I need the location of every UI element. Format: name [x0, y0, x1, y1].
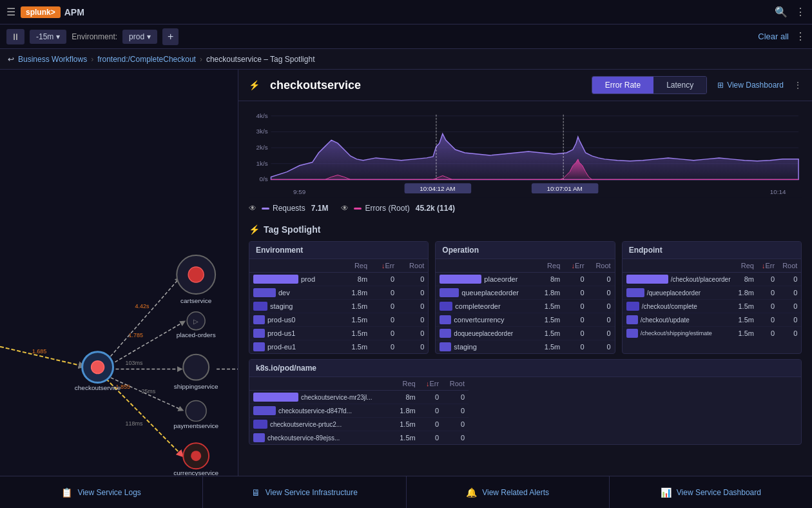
- svg-text:1k/s: 1k/s: [256, 160, 267, 167]
- requests-eye-icon[interactable]: 👁: [249, 204, 256, 213]
- spotlight-icon: ⚡: [249, 224, 260, 235]
- svg-text:25ms: 25ms: [141, 388, 155, 395]
- chart-legend: 👁 Requests 7.1M 👁 Errors (Root) 45.2k (1…: [249, 204, 802, 213]
- breadcrumb-business-workflows[interactable]: Business Workflows: [18, 55, 87, 64]
- chevron-down-icon: ▾: [56, 32, 60, 41]
- view-service-dashboard-tab[interactable]: 📊 View Service Dashboard: [610, 476, 812, 508]
- view-dashboard-button[interactable]: ⊞ View Dashboard: [717, 81, 784, 90]
- view-service-infrastructure-tab[interactable]: 🖥 View Service Infrastructure: [203, 476, 406, 508]
- env-col-root: Root: [398, 259, 428, 273]
- service-more-icon[interactable]: ⋮: [794, 81, 802, 90]
- svg-text:103ms: 103ms: [125, 360, 142, 366]
- dashboard-icon: ⊞: [717, 81, 724, 90]
- tag-spotlight-title: ⚡ Tag Spotlight: [249, 224, 802, 235]
- svg-text:10:14: 10:14: [770, 188, 786, 195]
- breadcrumb: ↩ Business Workflows › frontend:/Complet…: [0, 49, 812, 70]
- env-bar-staging: [253, 302, 267, 311]
- infrastructure-icon: 🖥: [251, 487, 260, 498]
- k8s-card: k8s.io/pod/name Req ↓Err Root checkoutse…: [249, 359, 802, 445]
- table-row: dev 1.8m00: [249, 286, 428, 300]
- operation-table: Req ↓Err Root placeorder 8m00 queu: [436, 259, 614, 353]
- breadcrumb-frontend[interactable]: frontend:/CompleteCheckout: [97, 55, 196, 64]
- svg-text:9:59: 9:59: [293, 188, 306, 195]
- svg-text:10:07:01 AM: 10:07:01 AM: [546, 185, 582, 192]
- svg-point-16: [188, 267, 204, 282]
- env-label: Environment:: [72, 32, 117, 41]
- errors-eye-icon[interactable]: 👁: [341, 204, 349, 213]
- table-row: prod-us0 1.5m00: [249, 313, 428, 327]
- error-rate-chart: 4k/s 3k/s 2k/s 1k/s 0/s: [249, 108, 802, 198]
- table-row: checkoutservice-d847fd... 1.8m00: [249, 404, 469, 418]
- svg-point-29: [92, 361, 104, 374]
- svg-text:currencyservice: currencyservice: [173, 469, 218, 476]
- table-row: checkoutservice-prtuc2... 1.5m00: [249, 418, 469, 431]
- view-related-alerts-tab[interactable]: 🔔 View Related Alerts: [407, 476, 610, 508]
- view-service-infrastructure-label: View Service Infrastructure: [266, 488, 358, 497]
- svg-text:1.785: 1.785: [128, 332, 142, 338]
- clear-all-button[interactable]: Clear all: [758, 32, 789, 41]
- k8s-table: Req ↓Err Root checkoutservice-mr23jl... …: [249, 377, 469, 444]
- service-dashboard-icon: 📊: [661, 487, 672, 498]
- lightning-icon: ⚡: [249, 80, 260, 90]
- endpoint-card-header: Endpoint: [623, 242, 801, 259]
- dependency-map-svg: 1.685 4.42s 1.785 103ms 1.855 25ms: [0, 70, 238, 476]
- environment-picker[interactable]: prod ▾: [122, 30, 157, 44]
- errors-legend: 👁 Errors (Root) 45.2k (114): [341, 204, 455, 213]
- table-row: /checkout/placeorder 8m00: [623, 273, 802, 286]
- env-bar-eu1: [253, 342, 265, 351]
- splunk-logo: splunk>: [21, 6, 61, 18]
- time-range-picker[interactable]: -15m ▾: [30, 30, 66, 44]
- table-row: prod-eu1 1.5m00: [249, 340, 428, 354]
- requests-value: 7.1M: [311, 204, 329, 213]
- toolbar: ⏸ -15m ▾ Environment: prod ▾ + Clear all…: [0, 24, 812, 49]
- view-service-dashboard-label: View Service Dashboard: [677, 488, 761, 497]
- svg-text:paymentservice: paymentservice: [173, 422, 218, 429]
- tag-spotlight-section: ⚡ Tag Spotlight Environment Req ↓Err Roo…: [238, 219, 812, 359]
- search-icon[interactable]: 🔍: [775, 6, 788, 18]
- env-col-name: [249, 259, 340, 273]
- more-options-icon[interactable]: ⋮: [795, 6, 806, 18]
- env-bar-us1: [253, 329, 265, 338]
- toolbar-more-icon[interactable]: ⋮: [795, 30, 806, 43]
- endpoint-card: Endpoint Req ↓Err Root /: [622, 241, 802, 354]
- errors-color-swatch: [354, 208, 362, 210]
- table-row: checkoutservice-mr23jl... 8m00: [249, 391, 469, 404]
- requests-legend: 👁 Requests 7.1M: [249, 204, 328, 213]
- env-col-err: ↓Err: [371, 259, 398, 273]
- table-row: doqueueplacedorder 1.5m00: [436, 327, 614, 340]
- table-row: /checkout/shipping/estimate 1.5m00: [623, 327, 802, 340]
- breadcrumb-sep2: ›: [200, 55, 202, 64]
- view-related-alerts-label: View Related Alerts: [482, 488, 549, 497]
- pause-button[interactable]: ⏸: [6, 29, 24, 44]
- chart-tabs: Error Rate Latency: [592, 76, 707, 94]
- svg-text:shippingservice: shippingservice: [174, 383, 218, 390]
- svg-text:2k/s: 2k/s: [256, 144, 267, 151]
- requests-color-swatch: [262, 208, 269, 210]
- table-row: /checkout/complete 1.5m00: [623, 300, 802, 313]
- top-nav: ☰ splunk> APM 🔍 ⋮: [0, 0, 812, 24]
- view-service-logs-tab[interactable]: 📋 View Service Logs: [0, 476, 203, 508]
- left-panel: ⊞ Map ≡ Dependency List: [0, 70, 238, 476]
- main-layout: ⊞ Map ≡ Dependency List: [0, 70, 812, 476]
- env-col-req: Req: [340, 259, 371, 273]
- tab-latency[interactable]: Latency: [653, 77, 706, 93]
- table-row: placeorder 8m00: [436, 273, 614, 286]
- add-filter-button[interactable]: +: [162, 28, 179, 45]
- svg-point-21: [183, 355, 209, 380]
- alerts-icon: 🔔: [466, 487, 477, 498]
- table-row: queueplacedorder 1.8m00: [436, 286, 614, 300]
- svg-text:0/s: 0/s: [259, 175, 267, 182]
- hamburger-menu[interactable]: ☰: [6, 6, 15, 18]
- svg-text:4.42s: 4.42s: [135, 303, 149, 309]
- svg-text:checkoutservice: checkoutservice: [75, 384, 121, 391]
- tab-error-rate[interactable]: Error Rate: [592, 77, 653, 93]
- breadcrumb-sep1: ›: [91, 55, 93, 64]
- breadcrumb-back-icon[interactable]: ↩: [8, 55, 14, 64]
- breadcrumb-current: checkoutservice – Tag Spotlight: [206, 55, 315, 64]
- operation-card-header: Operation: [436, 242, 614, 259]
- svg-text:118ms: 118ms: [125, 420, 142, 427]
- service-title: checkoutservice: [270, 79, 581, 92]
- chart-area: 4k/s 3k/s 2k/s 1k/s 0/s: [238, 101, 812, 219]
- bottom-tabs: 📋 View Service Logs 🖥 View Service Infra…: [0, 476, 812, 508]
- environment-table: Req ↓Err Root prod 8m00 dev: [249, 259, 428, 353]
